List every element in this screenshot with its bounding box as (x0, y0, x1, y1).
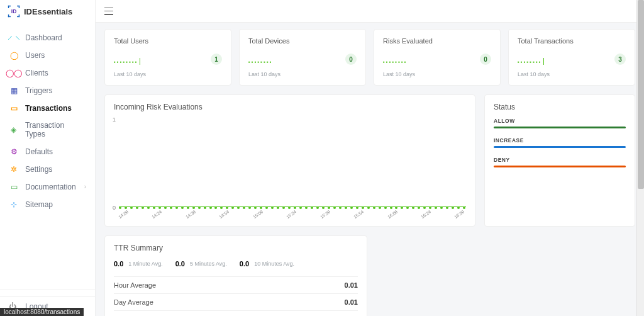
sidebar-item-transaction-types[interactable]: ◈Transaction Types (0, 117, 95, 143)
stat-card: Risks Evaluated▪▪▪▪▪▪▪▪0Last 10 days (374, 29, 501, 86)
card-title: Risks Evaluated (383, 37, 491, 45)
chart-point (243, 206, 245, 209)
logo-icon: ID (8, 5, 20, 18)
sitemap-icon: ⊹ (9, 200, 19, 210)
x-tick-label: 15:24 (286, 210, 297, 220)
status-label: ALLOW (494, 118, 626, 124)
chart-point (418, 206, 420, 209)
logo[interactable]: ID IDEssentials (0, 0, 95, 23)
sidebar-item-label: Users (25, 51, 45, 60)
main: Total Users▪▪▪▪▪▪▪▪1Last 10 daysTotal De… (96, 0, 644, 316)
table-row: Hour Average0.01 (114, 277, 358, 294)
sidebar-item-triggers[interactable]: ▦Triggers (0, 82, 95, 99)
sparkline-icon: ▪▪▪▪▪▪▪▪ (518, 58, 544, 65)
chart-point (435, 206, 437, 209)
chart-point (333, 206, 336, 209)
x-tick-label: 16:39 (453, 210, 465, 220)
nav-divider (0, 290, 95, 290)
chart-point (463, 206, 465, 209)
x-tick-label: 14:39 (185, 210, 196, 220)
x-tick-label: 14:09 (118, 210, 129, 220)
y-label-top: 1 (113, 116, 116, 123)
x-tick-label: 14:54 (218, 210, 230, 220)
ttr-quick-label: 10 Minutes Avg. (254, 261, 294, 267)
card-spark-row: ▪▪▪▪▪▪▪▪0 (383, 54, 491, 65)
chart-point (220, 206, 223, 209)
chart-point (457, 206, 460, 209)
ttr-quick-value: 0.0 (240, 260, 249, 268)
hamburger-icon[interactable] (104, 8, 113, 15)
status-title: Status (494, 103, 626, 111)
chart-point (153, 206, 155, 209)
scrollbar-thumb[interactable] (638, 0, 644, 189)
chart-point (367, 206, 370, 209)
ttr-row-name: Hour Average (114, 277, 301, 294)
x-tick-label: 15:39 (319, 210, 331, 220)
chart-dots (119, 206, 466, 209)
chart-point (175, 206, 178, 209)
sidebar-item-label: Transaction Types (25, 121, 86, 139)
chart-point (254, 206, 257, 209)
sidebar-item-settings[interactable]: ✲Settings (0, 161, 95, 178)
chart-point (299, 206, 302, 209)
sidebar-item-label: Clients (25, 69, 48, 77)
y-label-bot: 0 (113, 205, 116, 211)
chart-point (328, 206, 330, 209)
card-value-badge: 0 (480, 54, 491, 65)
chart-point (170, 206, 172, 209)
chart-point (248, 206, 251, 209)
chart-panel: Incoming Risk Evaluations 1 0 14:0914:24… (104, 94, 475, 227)
sidebar: ID IDEssentials ⟋⟍Dashboard◯Users◯◯Clien… (0, 0, 96, 316)
x-tick-label: 14:24 (151, 210, 162, 220)
status-label: INCREASE (494, 137, 626, 144)
card-foot: Last 10 days (248, 71, 357, 77)
book-icon: ▭ (9, 182, 19, 192)
chart-point (322, 206, 325, 209)
sidebar-item-dashboard[interactable]: ⟋⟍Dashboard (0, 29, 95, 47)
ttr-row-name: Day Maximum (114, 311, 301, 317)
card-foot: Last 10 days (114, 71, 222, 77)
status-bar (494, 166, 626, 167)
status-item-allow: ALLOW (494, 118, 626, 128)
svg-text:ID: ID (11, 8, 16, 14)
chart-point (130, 206, 133, 209)
ttr-row-value: 0.01 (301, 311, 358, 317)
chart-point (136, 206, 138, 209)
sidebar-item-documentation[interactable]: ▭Documentation› (0, 178, 95, 196)
chart-title: Incoming Risk Evaluations (114, 103, 466, 111)
x-tick-label: 15:54 (353, 210, 364, 220)
chart-point (311, 206, 313, 209)
chart-point (164, 206, 167, 209)
sidebar-item-users[interactable]: ◯Users (0, 47, 95, 64)
ttr-quick-label: 5 Minutes Avg. (190, 261, 227, 267)
ttr-row-value: 0.01 (301, 277, 358, 294)
status-item-deny: DENY (494, 157, 626, 167)
sidebar-item-clients[interactable]: ◯◯Clients (0, 64, 95, 82)
chart-point (288, 206, 291, 209)
svg-rect-3 (19, 6, 19, 8)
chart-point (390, 206, 392, 209)
svg-rect-1 (8, 6, 9, 8)
chart-point (282, 206, 285, 209)
chart-point (350, 206, 353, 209)
chart-point (147, 206, 150, 209)
card-title: Total Users (114, 37, 222, 45)
x-tick-label: 15:09 (252, 210, 264, 220)
chart-canvas: 1 0 14:0914:2414:3914:5415:0915:2415:391… (114, 118, 466, 218)
chart-point (440, 206, 443, 209)
ttr-quick-value: 0.0 (175, 260, 185, 268)
ttr-table: Hour Average0.01Day Average0.01Day Maxim… (114, 276, 358, 316)
chart-point (339, 206, 341, 209)
scrollbar[interactable] (636, 0, 644, 316)
card-value-badge: 0 (345, 54, 357, 65)
chart-xlabels: 14:0914:2414:3914:5415:0915:2415:3915:54… (119, 215, 466, 220)
svg-rect-5 (8, 14, 9, 17)
stat-card: Total Transactions▪▪▪▪▪▪▪▪3Last 10 days (508, 29, 635, 86)
ttr-quick-value: 0.0 (114, 260, 123, 268)
card-spark-row: ▪▪▪▪▪▪▪▪1 (114, 54, 222, 65)
content-area: Total Users▪▪▪▪▪▪▪▪1Last 10 daysTotal De… (96, 23, 644, 316)
sidebar-item-defaults[interactable]: ⚙Defaults (0, 143, 95, 161)
sidebar-item-transactions[interactable]: ▭Transactions (0, 99, 95, 117)
card-icon: ▭ (9, 103, 19, 113)
sidebar-item-sitemap[interactable]: ⊹Sitemap (0, 196, 95, 213)
